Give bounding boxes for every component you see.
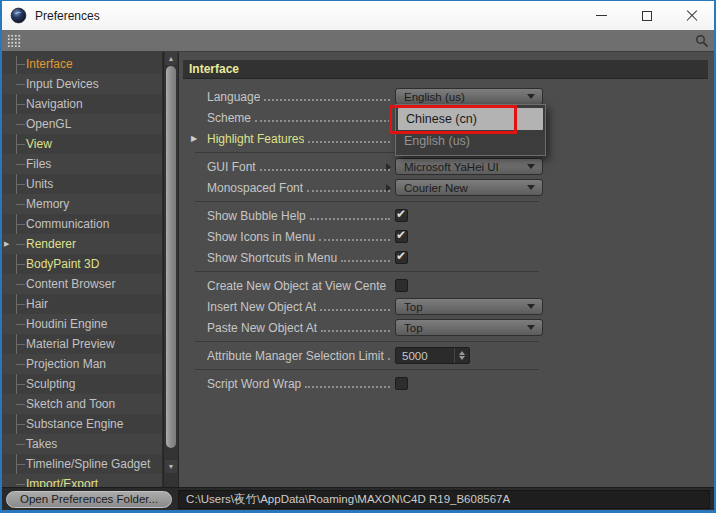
tree-tick <box>16 184 25 185</box>
setting-label-scheme: Scheme <box>207 111 251 125</box>
expand-arrow-icon[interactable]: ▶ <box>191 135 197 143</box>
setting-row-insert-new-object-at: Insert New Object AtTop <box>191 296 545 317</box>
dotted-leader <box>321 330 390 332</box>
sidebar-item-label: Substance Engine <box>26 417 123 431</box>
show-shortcuts-in-menu-checkbox[interactable]: ✔ <box>395 251 408 264</box>
create-new-object-at-view-center-checkbox[interactable] <box>395 279 408 292</box>
tree-tick <box>16 344 25 345</box>
drag-grip-icon[interactable] <box>7 34 21 47</box>
paste-new-object-at-dropdown[interactable]: Top <box>395 319 543 336</box>
expand-arrow-icon[interactable]: ▶ <box>4 240 9 247</box>
sidebar-item-takes[interactable]: Takes <box>2 434 162 454</box>
sidebar-item-label: View <box>26 137 52 151</box>
control-slot: 5000 <box>395 347 545 364</box>
sidebar-item-label: Hair <box>26 297 48 311</box>
sidebar-item-memory[interactable]: Memory <box>2 194 162 214</box>
monospaced-font-dropdown[interactable]: Courier New <box>395 179 543 196</box>
insert-new-object-at-dropdown[interactable]: Top <box>395 298 543 315</box>
font-expand-arrow-icon[interactable] <box>386 184 391 192</box>
sidebar-item-files[interactable]: Files <box>2 154 162 174</box>
dotted-leader <box>308 141 390 143</box>
sidebar-item-renderer[interactable]: ▶Renderer <box>2 234 162 254</box>
number-value: 5000 <box>396 350 454 362</box>
scrollbar-thumb[interactable] <box>166 66 176 448</box>
chevron-down-icon <box>527 185 535 190</box>
setting-label-script-word-wrap: Script Word Wrap <box>207 377 301 391</box>
spinner-up-icon[interactable] <box>459 351 465 355</box>
tree-tick <box>16 224 25 225</box>
scroll-up-arrow-icon[interactable]: ▲ <box>165 52 177 65</box>
sidebar-item-material-preview[interactable]: Material Preview <box>2 334 162 354</box>
close-button[interactable] <box>669 1 714 30</box>
sidebar-item-timeline-spline-gadget[interactable]: Timeline/Spline Gadget <box>2 454 162 474</box>
dotted-leader <box>310 218 390 220</box>
sidebar-item-sculpting[interactable]: Sculpting <box>2 374 162 394</box>
dotted-leader <box>307 190 390 192</box>
popup-item-english-us[interactable]: English (us) <box>396 130 545 152</box>
toolbar <box>2 30 714 52</box>
tree-tick <box>16 384 25 385</box>
scheme-dropdown-popup: Chinese (cn) English (us) <box>395 104 546 156</box>
tree-tick <box>16 164 25 165</box>
dropdown-value: Top <box>396 301 527 313</box>
gui-font-dropdown[interactable]: Microsoft YaHei UI <box>395 158 543 175</box>
attribute-manager-selection-limit-field[interactable]: 5000 <box>395 347 470 364</box>
sidebar-item-label: Material Preview <box>26 337 115 351</box>
search-icon[interactable] <box>695 34 709 48</box>
sidebar-item-opengl[interactable]: OpenGL <box>2 114 162 134</box>
sidebar-item-label: Renderer <box>26 237 76 251</box>
sidebar-item-houdini-engine[interactable]: Houdini Engine <box>2 314 162 334</box>
dropdown-value: Courier New <box>396 182 527 194</box>
sidebar-item-hair[interactable]: Hair <box>2 294 162 314</box>
sidebar-scrollbar[interactable]: ▲ ▼ <box>163 52 179 487</box>
dotted-leader <box>260 169 390 171</box>
scroll-down-arrow-icon[interactable]: ▼ <box>165 460 177 473</box>
tree-tick <box>16 444 25 445</box>
tree-tick <box>16 424 25 425</box>
sidebar-item-interface[interactable]: Interface <box>2 54 162 74</box>
sidebar-item-substance-engine[interactable]: Substance Engine <box>2 414 162 434</box>
sidebar-item-import-export[interactable]: Import/Export <box>2 474 162 487</box>
sidebar-item-units[interactable]: Units <box>2 174 162 194</box>
show-icons-in-menu-checkbox[interactable]: ✔ <box>395 230 408 243</box>
separator <box>195 369 539 370</box>
open-preferences-folder-button[interactable]: Open Preferences Folder... <box>6 491 172 508</box>
tree-tick <box>16 324 25 325</box>
control-slot: ✔ <box>395 230 545 243</box>
sidebar-item-label: Communication <box>26 217 109 231</box>
tree-tick <box>16 204 25 205</box>
setting-row-paste-new-object-at: Paste New Object AtTop <box>191 317 545 338</box>
sidebar-item-navigation[interactable]: Navigation <box>2 94 162 114</box>
dropdown-value: Top <box>396 322 527 334</box>
sidebar-item-projection-man[interactable]: Projection Man <box>2 354 162 374</box>
setting-row-show-shortcuts-in-menu: Show Shortcuts in Menu✔ <box>191 247 545 268</box>
dotted-leader <box>388 358 390 360</box>
spinner-stepper[interactable] <box>454 348 469 363</box>
language-dropdown[interactable]: English (us) <box>395 88 543 105</box>
control-slot: ✔ <box>395 251 545 264</box>
sidebar-item-label: Sketch and Toon <box>26 397 115 411</box>
setting-label-show-icons-in-menu: Show Icons in Menu <box>207 230 315 244</box>
maximize-button[interactable] <box>624 1 669 30</box>
sidebar-item-communication[interactable]: Communication <box>2 214 162 234</box>
show-bubble-help-checkbox[interactable]: ✔ <box>395 209 408 222</box>
dropdown-value: English (us) <box>396 91 527 103</box>
dotted-leader <box>264 99 390 101</box>
sidebar-item-bodypaint-3d[interactable]: BodyPaint 3D <box>2 254 162 274</box>
spinner-down-icon[interactable] <box>459 356 465 360</box>
script-word-wrap-checkbox[interactable] <box>395 377 408 390</box>
popup-item-chinese-cn[interactable]: Chinese (cn) <box>398 108 543 130</box>
sidebar-item-input-devices[interactable]: Input Devices <box>2 74 162 94</box>
font-expand-arrow-icon[interactable] <box>386 163 391 171</box>
sidebar-item-view[interactable]: View <box>2 134 162 154</box>
sidebar-item-sketch-and-toon[interactable]: Sketch and Toon <box>2 394 162 414</box>
sidebar-item-label: Projection Man <box>26 357 106 371</box>
sidebar: InterfaceInput DevicesNavigationOpenGLVi… <box>2 52 163 487</box>
minimize-button[interactable] <box>579 1 624 30</box>
sidebar-item-content-browser[interactable]: Content Browser <box>2 274 162 294</box>
setting-label-gui-font: GUI Font <box>207 160 256 174</box>
setting-row-monospaced-font: Monospaced FontCourier New <box>191 177 545 198</box>
separator <box>195 341 539 342</box>
setting-row-attribute-manager-selection-limit: Attribute Manager Selection Limit5000 <box>191 345 545 366</box>
setting-label-show-shortcuts-in-menu: Show Shortcuts in Menu <box>207 251 337 265</box>
